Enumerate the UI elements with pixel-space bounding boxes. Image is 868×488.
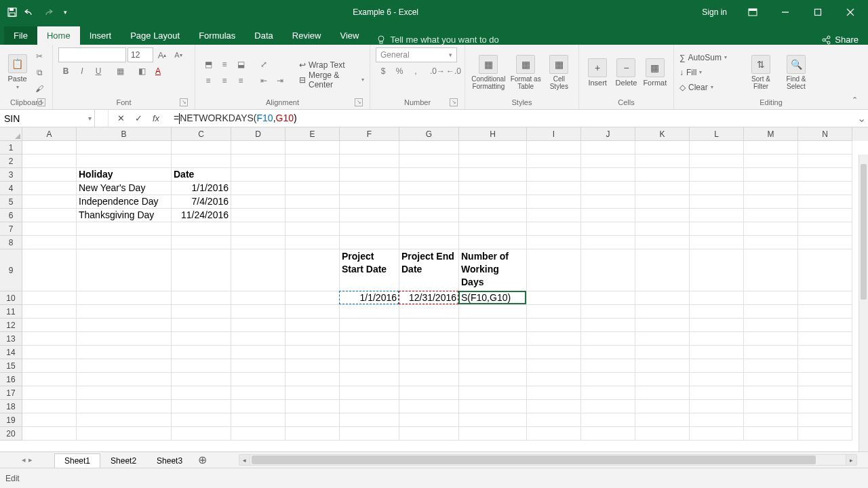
increase-decimal-icon[interactable]: .0→ (430, 64, 445, 79)
fill-color-icon[interactable]: ◧ (134, 64, 149, 79)
cell-H10-editing[interactable]: S(F10,G10) (458, 291, 526, 304)
shrink-font-icon[interactable]: A▾ (171, 47, 186, 62)
comma-icon[interactable]: , (408, 64, 423, 79)
col-header-I[interactable]: I (527, 127, 581, 141)
percent-icon[interactable]: % (392, 64, 407, 79)
row-header-18[interactable]: 18 (0, 400, 22, 413)
row-header-15[interactable]: 15 (0, 359, 22, 373)
sort-filter-button[interactable]: ⇅Sort & Filter (745, 55, 777, 90)
collapse-ribbon-icon[interactable]: ⌃ (852, 96, 863, 106)
cell-G10[interactable]: 12/31/2016 (399, 291, 459, 305)
row-header-11[interactable]: 11 (0, 305, 22, 319)
col-header-F[interactable]: F (340, 127, 399, 141)
tab-insert[interactable]: Insert (80, 26, 121, 45)
copy-icon[interactable]: ⧉ (32, 65, 47, 80)
align-bottom-icon[interactable]: ⬓ (233, 57, 248, 72)
col-header-L[interactable]: L (690, 127, 744, 141)
col-header-J[interactable]: J (581, 127, 635, 141)
format-cells-button[interactable]: ▦Format (642, 58, 668, 87)
currency-icon[interactable]: $ (376, 64, 391, 79)
cell-B3[interactable]: Holiday (77, 168, 172, 182)
insert-function-icon[interactable]: fx (149, 112, 163, 125)
sheet-tab-1[interactable]: Sheet1 (54, 453, 100, 468)
cell-F10[interactable]: 1/1/2016 (340, 291, 399, 305)
select-all-button[interactable] (0, 127, 22, 141)
format-painter-icon[interactable]: 🖌 (32, 81, 47, 96)
delete-cells-button[interactable]: −Delete (613, 58, 639, 87)
cell-G9[interactable]: Project End Date (399, 249, 459, 291)
cell-B4[interactable]: New Year's Day (77, 182, 172, 195)
font-color-icon[interactable]: A (151, 64, 165, 79)
col-header-M[interactable]: M (744, 127, 798, 141)
tab-page-layout[interactable]: Page Layout (121, 26, 189, 45)
vertical-scrollbar[interactable] (859, 155, 868, 451)
sheet-tab-2[interactable]: Sheet2 (100, 453, 146, 468)
row-header-5[interactable]: 5 (0, 195, 22, 209)
find-select-button[interactable]: 🔍Find & Select (780, 55, 812, 90)
row-header-14[interactable]: 14 (0, 346, 22, 359)
col-header-K[interactable]: K (635, 127, 690, 141)
col-header-B[interactable]: B (77, 127, 172, 141)
merge-center-button[interactable]: ⊟Merge & Center ▾ (299, 73, 364, 87)
paste-button[interactable]: 📋 Paste ▾ (5, 54, 29, 90)
clear-button[interactable]: ◇Clear ▾ (679, 81, 742, 94)
cell-C4[interactable]: 1/1/2016 (172, 182, 231, 195)
autosum-button[interactable]: ∑AutoSum ▾ (679, 51, 742, 64)
redo-icon[interactable] (41, 5, 54, 19)
align-middle-icon[interactable]: ≡ (217, 57, 232, 72)
align-center-icon[interactable]: ≡ (217, 73, 232, 88)
cells-area[interactable]: HolidayDateNew Year's Day1/1/2016Indepen… (22, 141, 868, 451)
row-header-12[interactable]: 12 (0, 319, 22, 332)
tab-file[interactable]: File (4, 26, 37, 45)
orientation-icon[interactable]: ⤢ (256, 57, 271, 72)
font-name-combo[interactable] (58, 47, 126, 62)
row-header-2[interactable]: 2 (0, 155, 22, 168)
row-header-10[interactable]: 10 (0, 291, 22, 305)
col-header-N[interactable]: N (798, 127, 852, 141)
col-header-C[interactable]: C (172, 127, 231, 141)
italic-icon[interactable]: I (75, 64, 90, 79)
cell-B5[interactable]: Independence Day (77, 195, 172, 209)
borders-icon[interactable]: ▦ (113, 64, 127, 79)
row-header-3[interactable]: 3 (0, 168, 22, 182)
cell-styles-button[interactable]: ▦Cell Styles (545, 55, 573, 90)
grow-font-icon[interactable]: A▴ (155, 47, 170, 62)
align-right-icon[interactable]: ≡ (233, 73, 248, 88)
align-top-icon[interactable]: ⬒ (201, 57, 216, 72)
col-header-G[interactable]: G (399, 127, 459, 141)
namebox-dropdown-icon[interactable]: ▾ (88, 115, 92, 122)
signin-link[interactable]: Sign in (694, 7, 735, 17)
tell-me-search[interactable]: Tell me what you want to do (368, 35, 507, 45)
conditional-formatting-button[interactable]: ▦Conditional Formatting (471, 55, 507, 90)
close-icon[interactable] (835, 2, 865, 22)
insert-cells-button[interactable]: +Insert (585, 58, 610, 87)
align-left-icon[interactable]: ≡ (201, 73, 216, 88)
row-header-9[interactable]: 9 (0, 249, 22, 291)
expand-formula-bar-icon[interactable]: ⌄ (854, 110, 868, 127)
row-header-4[interactable]: 4 (0, 182, 22, 195)
sheet-nav[interactable]: ◂ ▸ (0, 452, 54, 468)
cell-B6[interactable]: Thanksgiving Day (77, 209, 172, 222)
formula-bar[interactable]: =NETWORKDAYS(F10,G10) (168, 110, 854, 127)
wrap-text-button[interactable]: ↩Wrap Text (299, 58, 364, 72)
indent-decrease-icon[interactable]: ⇤ (256, 73, 271, 88)
underline-icon[interactable]: U (91, 64, 106, 79)
row-header-17[interactable]: 17 (0, 386, 22, 400)
tab-formulas[interactable]: Formulas (189, 26, 245, 45)
row-header-1[interactable]: 1 (0, 141, 22, 155)
sheet-tab-3[interactable]: Sheet3 (146, 453, 193, 468)
alignment-launcher[interactable]: ↘ (355, 98, 363, 106)
cell-C6[interactable]: 11/24/2016 (172, 209, 231, 222)
cell-C3[interactable]: Date (172, 168, 231, 182)
tab-view[interactable]: View (330, 26, 368, 45)
format-as-table-button[interactable]: ▦Format as Table (509, 55, 542, 90)
row-header-19[interactable]: 19 (0, 413, 22, 427)
tab-data[interactable]: Data (245, 26, 282, 45)
number-format-combo[interactable]: General▾ (376, 47, 457, 62)
tab-home[interactable]: Home (37, 26, 80, 45)
indent-increase-icon[interactable]: ⇥ (273, 73, 288, 88)
col-header-A[interactable]: A (22, 127, 77, 141)
tab-review[interactable]: Review (283, 26, 331, 45)
font-launcher[interactable]: ↘ (180, 98, 188, 106)
row-header-20[interactable]: 20 (0, 427, 22, 441)
